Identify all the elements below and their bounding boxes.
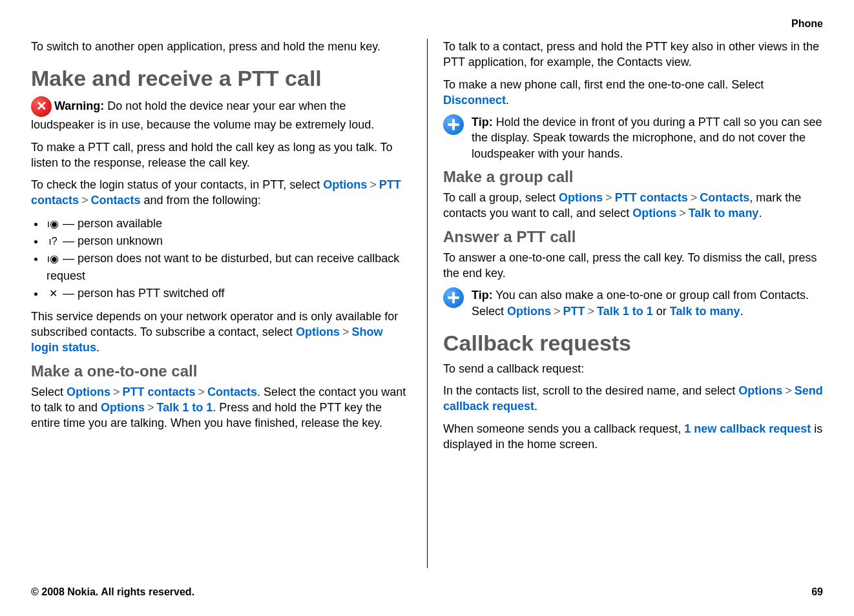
tip-text: Tip: Hold the device in front of you dur… xyxy=(472,114,823,161)
heading-make-receive-ptt: Make and receive a PTT call xyxy=(31,66,411,91)
link-options[interactable]: Options xyxy=(323,178,367,191)
breadcrumb: Phone xyxy=(791,18,823,30)
link-options[interactable]: Options xyxy=(507,305,551,318)
list-item: ı◉ — person does not want to be disturbe… xyxy=(45,250,411,285)
link-options[interactable]: Options xyxy=(559,191,603,204)
link-talk-to-many[interactable]: Talk to many xyxy=(670,305,740,318)
paragraph: When someone sends you a callback reques… xyxy=(443,421,823,453)
text: To make a new phone call, first end the … xyxy=(443,78,764,91)
tip-text: Tip: You can also make a one-to-one or g… xyxy=(472,287,823,319)
status-available-icon: ı◉ xyxy=(47,216,59,232)
link-ptt-contacts[interactable]: PTT contacts xyxy=(615,191,688,204)
copyright: © 2008 Nokia. All rights reserved. xyxy=(31,586,194,598)
paragraph: To call a group, select Options>PTT cont… xyxy=(443,190,823,221)
tip-label: Tip: xyxy=(472,289,493,302)
text: To call a group, select xyxy=(443,191,559,204)
text: . xyxy=(534,400,537,413)
column-right: To talk to a contact, press and hold the… xyxy=(427,39,823,568)
footer: © 2008 Nokia. All rights reserved. 69 xyxy=(31,586,823,598)
status-list: ı◉ — person available ı? — person unknow… xyxy=(31,215,411,302)
text: When someone sends you a callback reques… xyxy=(443,422,684,435)
tip-icon xyxy=(443,114,464,135)
text: — person has PTT switched off xyxy=(59,287,224,300)
link-disconnect[interactable]: Disconnect xyxy=(443,94,506,107)
paragraph: To check the login status of your contac… xyxy=(31,177,411,209)
link-options[interactable]: Options xyxy=(101,401,145,414)
text: and from the following: xyxy=(141,194,261,207)
separator: > xyxy=(676,207,689,220)
text: . xyxy=(758,207,762,220)
paragraph: To make a PTT call, press and hold the c… xyxy=(31,139,411,171)
separator: > xyxy=(145,401,157,414)
link-contacts[interactable]: Contacts xyxy=(207,385,257,398)
text: — person does not want to be disturbed, … xyxy=(47,252,399,282)
heading-make-one-to-one: Make a one-to-one call xyxy=(31,362,411,380)
link-options[interactable]: Options xyxy=(296,325,340,338)
list-item: ✕ — person has PTT switched off xyxy=(45,285,411,302)
link-contacts[interactable]: Contacts xyxy=(700,191,749,204)
content-columns: To switch to another open application, p… xyxy=(31,39,823,568)
text: Hold the device in front of you during a… xyxy=(472,116,822,160)
heading-answer-ptt-call: Answer a PTT call xyxy=(443,228,823,246)
text: To check the login status of your contac… xyxy=(31,178,323,191)
paragraph: This service depends on your network ope… xyxy=(31,309,411,356)
text: In the contacts list, scroll to the desi… xyxy=(443,384,738,397)
tip-label: Tip: xyxy=(472,116,493,128)
link-ptt-contacts[interactable]: PTT contacts xyxy=(123,385,196,398)
paragraph: To send a callback request: xyxy=(443,361,823,376)
status-dnd-icon: ı◉ xyxy=(47,251,59,267)
tip-block: Tip: You can also make a one-to-one or g… xyxy=(443,287,823,319)
link-contacts[interactable]: Contacts xyxy=(91,194,141,207)
text: . xyxy=(740,305,743,318)
separator: > xyxy=(196,385,208,398)
separator: > xyxy=(110,385,123,398)
warning-icon xyxy=(31,96,52,117)
paragraph: To talk to a contact, press and hold the… xyxy=(443,39,823,70)
warning-paragraph: Warning: Do not hold the device near you… xyxy=(31,96,411,132)
text: Select xyxy=(31,385,67,398)
link-talk-1-to-1[interactable]: Talk 1 to 1 xyxy=(597,305,653,318)
tip-icon xyxy=(443,287,464,308)
link-options[interactable]: Options xyxy=(738,384,782,397)
link-talk-to-many[interactable]: Talk to many xyxy=(689,207,759,220)
warning-label: Warning: xyxy=(54,99,104,112)
separator: > xyxy=(367,178,379,191)
separator: > xyxy=(782,384,795,397)
paragraph: Select Options>PTT contacts>Contacts. Se… xyxy=(31,384,411,431)
separator: > xyxy=(603,191,615,204)
link-options[interactable]: Options xyxy=(632,207,676,220)
paragraph: To switch to another open application, p… xyxy=(31,39,411,54)
separator: > xyxy=(551,305,563,318)
link-options[interactable]: Options xyxy=(67,385,110,398)
status-off-icon: ✕ xyxy=(47,286,59,302)
status-unknown-icon: ı? xyxy=(47,234,59,249)
heading-make-group-call: Make a group call xyxy=(443,168,823,186)
list-item: ı◉ — person available xyxy=(45,215,411,232)
column-left: To switch to another open application, p… xyxy=(31,39,427,568)
link-talk-1-to-1[interactable]: Talk 1 to 1 xyxy=(157,401,213,414)
paragraph: To make a new phone call, first end the … xyxy=(443,77,823,108)
paragraph: To answer a one-to-one call, press the c… xyxy=(443,250,823,282)
separator: > xyxy=(340,325,352,338)
text: . xyxy=(96,341,99,354)
text: — person available xyxy=(59,217,162,230)
text: or xyxy=(653,305,670,318)
page: Phone To switch to another open applicat… xyxy=(0,0,854,616)
link-ptt[interactable]: PTT xyxy=(563,305,585,318)
tip-block: Tip: Hold the device in front of you dur… xyxy=(443,114,823,161)
separator: > xyxy=(585,305,598,318)
list-item: ı? — person unknown xyxy=(45,232,411,250)
link-new-callback-request[interactable]: 1 new callback request xyxy=(684,422,811,435)
text: . xyxy=(506,94,509,107)
separator: > xyxy=(688,191,700,204)
text: — person unknown xyxy=(59,234,163,247)
page-number: 69 xyxy=(811,586,823,598)
paragraph: In the contacts list, scroll to the desi… xyxy=(443,383,823,415)
separator: > xyxy=(79,194,91,207)
heading-callback-requests: Callback requests xyxy=(443,331,823,356)
